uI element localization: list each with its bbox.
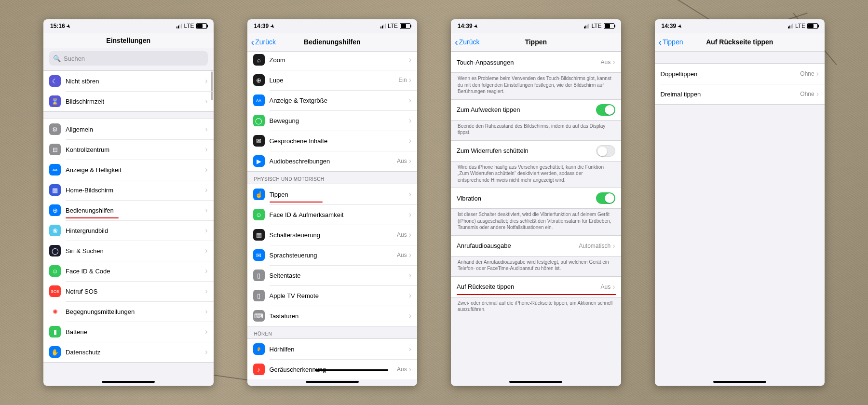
search-input[interactable]: 🔍 Suchen (49, 51, 208, 66)
row-siri[interactable]: ◯Siri & Suchen› (43, 241, 214, 261)
siri-icon: ◯ (49, 245, 61, 256)
chevron-right-icon: › (205, 227, 207, 234)
row-label: Datenschutz (66, 349, 205, 356)
home-indicator[interactable] (102, 381, 155, 383)
row-zoom[interactable]: ⌕Zoom› (247, 52, 418, 70)
back-button[interactable]: ‹Zurück (455, 33, 479, 51)
row-value: Aus (600, 59, 610, 66)
row-controlcenter[interactable]: ⊟Kontrollzentrum› (43, 139, 214, 160)
row-label: Dreimal tippen (661, 91, 800, 98)
switch-tap-to-wake[interactable] (596, 104, 615, 116)
row-label: Seitentaste (270, 272, 409, 279)
faceatt-icon: ☺ (253, 209, 265, 220)
switch-vibration[interactable] (596, 192, 615, 204)
row-home[interactable]: ▦Home-Bildschirm› (43, 180, 214, 200)
switch-shake-undo[interactable] (596, 145, 615, 157)
privacy-icon: ✋ (49, 346, 61, 358)
chevron-right-icon: › (205, 348, 207, 356)
row-motion[interactable]: ◯Bewegung› (247, 110, 418, 131)
row-appletv[interactable]: ▯Apple TV Remote› (247, 285, 418, 306)
chevron-right-icon: › (409, 292, 411, 299)
row-call-audio[interactable]: Anrufaudioausgabe Automatisch › (451, 236, 621, 256)
row-sos[interactable]: SOSNotruf SOS› (43, 281, 214, 301)
row-switchctrl[interactable]: ▦SchaltersteuerungAus› (247, 225, 418, 245)
chevron-right-icon: › (205, 308, 207, 315)
row-screentime[interactable]: ⌛Bildschirmzeit› (43, 91, 214, 111)
chevron-right-icon: › (409, 251, 411, 259)
row-exposure[interactable]: ✺Begegnungsmitteilungen› (43, 301, 214, 322)
chevron-right-icon: › (205, 206, 207, 214)
row-sidebutton[interactable]: ▯Seitentaste› (247, 265, 418, 285)
row-label: Notruf SOS (66, 288, 205, 295)
row-label: Kontrollzentrum (66, 146, 205, 153)
chevron-right-icon: › (409, 76, 411, 84)
back-button[interactable]: ‹Tippen (659, 33, 683, 51)
row-touch-accommodations[interactable]: Touch-Anpassungen Aus › (451, 52, 621, 72)
chevron-right-icon: › (409, 56, 411, 64)
battery-icon (807, 23, 818, 29)
row-faceid[interactable]: ☺Face ID & Code› (43, 261, 214, 281)
footer-tap-to-wake: Beende den Ruhezustand des Bildschirms, … (451, 121, 621, 140)
row-triple[interactable]: Dreimal tippenOhne› (655, 84, 825, 104)
row-label: Anzeige & Textgröße (270, 97, 409, 104)
back-label: Zurück (459, 38, 480, 46)
search-icon: 🔍 (53, 55, 61, 62)
nav-bar: Einstellungen (43, 33, 214, 48)
redaction-strike (315, 369, 389, 371)
row-magnifier[interactable]: ⊕LupeEin› (247, 70, 418, 90)
row-label: Siri & Suchen (66, 247, 205, 255)
location-icon: ➤ (677, 23, 683, 29)
screen-back-tap: 14:39 ➤ LTE ‹Tippen Auf Rückseite tippen… (655, 19, 825, 386)
chevron-right-icon: › (205, 166, 207, 174)
network-label: LTE (591, 23, 601, 29)
row-wallpaper[interactable]: ❀Hintergrundbild› (43, 220, 214, 241)
chevron-right-icon: › (205, 328, 207, 336)
row-spoken[interactable]: ✉Gesprochene Inhalte› (247, 131, 418, 151)
row-value: Automatisch (579, 243, 610, 249)
row-voicectrl[interactable]: ✉SprachsteuerungAus› (247, 245, 418, 265)
highlight-underline (457, 294, 616, 295)
home-indicator[interactable] (306, 381, 359, 383)
back-button[interactable]: ‹Zurück (251, 33, 276, 51)
row-vibration[interactable]: Vibration (451, 188, 621, 208)
row-hearingaids[interactable]: 👂Hörhilfen› (247, 339, 418, 359)
row-battery[interactable]: ▮Batterie› (43, 322, 214, 342)
row-tap-to-wake[interactable]: Zum Aufwecken tippen (451, 100, 621, 120)
chevron-right-icon: › (816, 70, 819, 78)
back-label: Zurück (255, 38, 276, 46)
row-privacy[interactable]: ✋Datenschutz› (43, 342, 214, 362)
signal-icon (584, 24, 589, 28)
screen-touch: 14:39 ➤ LTE ‹Zurück Tippen Touch-Anpassu… (451, 19, 621, 386)
row-dnd[interactable]: ☾Nicht stören› (43, 71, 214, 91)
motion-icon: ◯ (253, 115, 265, 126)
row-shake-undo[interactable]: Zum Widerrufen schütteln (451, 141, 621, 161)
battery-icon (400, 23, 410, 29)
displaytext-icon: AA (253, 94, 265, 106)
network-label: LTE (184, 23, 194, 29)
row-label: Batterie (66, 328, 205, 336)
network-label: LTE (388, 23, 398, 29)
home-indicator[interactable] (713, 381, 766, 383)
row-value: Ohne (800, 70, 814, 77)
location-icon: ➤ (473, 23, 479, 29)
row-audiodesc[interactable]: ▶AudiobeschreibungenAus› (247, 151, 418, 171)
row-faceatt[interactable]: ☺Face ID & Aufmerksamkeit› (247, 204, 418, 225)
chevron-left-icon: ‹ (455, 37, 458, 47)
row-value: Aus (397, 252, 407, 258)
chevron-right-icon: › (409, 365, 411, 373)
row-general[interactable]: ⚙Allgemein› (43, 119, 214, 139)
row-accessibility[interactable]: ⊕Bedienungshilfen› (43, 200, 214, 220)
row-label: Gesprochene Inhalte (270, 137, 409, 145)
row-touch[interactable]: ☝Tippen› (247, 184, 418, 204)
home-indicator[interactable] (509, 381, 562, 383)
row-double[interactable]: DoppeltippenOhne› (655, 64, 825, 84)
row-display[interactable]: AAAnzeige & Helligkeit› (43, 160, 214, 180)
row-soundrec[interactable]: ♪GeräuscherkennungAus› (247, 359, 418, 379)
row-label: Tastaturen (270, 312, 409, 320)
row-back-tap[interactable]: Auf Rückseite tippen Aus › (451, 277, 621, 297)
row-keyboards[interactable]: ⌨Tastaturen› (247, 306, 418, 326)
signal-icon (176, 24, 182, 28)
row-value: Aus (397, 231, 407, 238)
section-header-hearing: HÖREN (247, 326, 418, 338)
row-displaytext[interactable]: AAAnzeige & Textgröße› (247, 90, 418, 110)
